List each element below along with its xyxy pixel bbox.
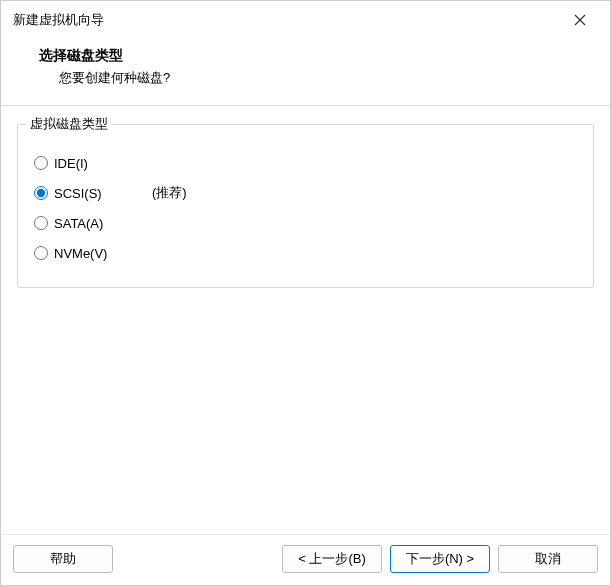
radio-scsi[interactable] [34,186,48,200]
close-icon [574,14,586,26]
radio-ide-label[interactable]: IDE(I) [54,156,134,171]
radio-row-scsi: SCSI(S) (推荐) [34,181,577,205]
radio-ide[interactable] [34,156,48,170]
recommended-label: (推荐) [152,184,187,202]
radio-nvme-label[interactable]: NVMe(V) [54,246,134,261]
radio-sata[interactable] [34,216,48,230]
help-button[interactable]: 帮助 [13,545,113,573]
page-subtitle: 您要创建何种磁盘? [39,69,590,87]
page-title: 选择磁盘类型 [39,47,590,65]
titlebar: 新建虚拟机向导 [1,1,610,37]
radio-row-ide: IDE(I) [34,151,577,175]
radio-scsi-label[interactable]: SCSI(S) [54,186,134,201]
window-title: 新建虚拟机向导 [13,11,104,29]
radio-row-nvme: NVMe(V) [34,241,577,265]
header-section: 选择磁盘类型 您要创建何种磁盘? [1,37,610,105]
cancel-button[interactable]: 取消 [498,545,598,573]
content-area: 虚拟磁盘类型 IDE(I) SCSI(S) (推荐) SATA(A) NVMe(… [1,106,610,534]
disk-type-group: 虚拟磁盘类型 IDE(I) SCSI(S) (推荐) SATA(A) NVMe(… [17,124,594,288]
next-button[interactable]: 下一步(N) > [390,545,490,573]
back-button[interactable]: < 上一步(B) [282,545,382,573]
footer: 帮助 < 上一步(B) 下一步(N) > 取消 [1,534,610,585]
close-button[interactable] [560,6,600,34]
radio-row-sata: SATA(A) [34,211,577,235]
radio-nvme[interactable] [34,246,48,260]
group-legend: 虚拟磁盘类型 [26,115,112,133]
wizard-dialog: 新建虚拟机向导 选择磁盘类型 您要创建何种磁盘? 虚拟磁盘类型 IDE(I) S… [0,0,611,586]
radio-sata-label[interactable]: SATA(A) [54,216,134,231]
